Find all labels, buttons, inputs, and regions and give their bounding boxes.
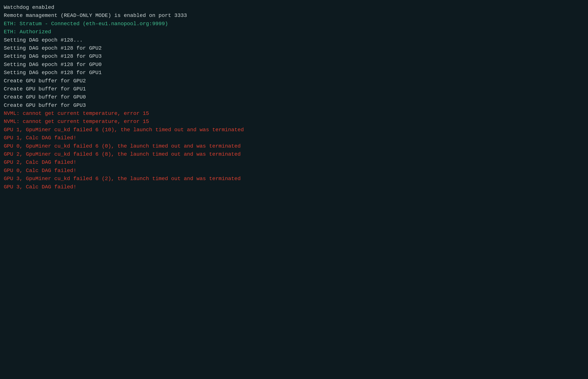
terminal-line-13: Create GPU buffer for GPU3 bbox=[4, 101, 290, 110]
terminal-line-6: Setting DAG epoch #128 for GPU2 bbox=[4, 44, 290, 52]
terminal-line-4: ETH: Authorized bbox=[4, 28, 290, 36]
terminal-line-18: GPU 0, GpuMiner cu_kd failed 6 (0), the … bbox=[4, 142, 290, 150]
terminal-line-1: Remote management (READ-ONLY MODE) is en… bbox=[4, 12, 290, 19]
terminal-line-11: Create GPU buffer for GPU1 bbox=[4, 85, 290, 93]
terminal-line-19: GPU 2, GpuMiner cu_kd failed 6 (8), the … bbox=[4, 150, 290, 158]
terminal-line-9: Setting DAG epoch #128 for GPU1 bbox=[4, 69, 290, 77]
terminal-line-3: ETH: Stratum - Connected (eth-eu1.nanopo… bbox=[4, 20, 290, 28]
terminal-line-23: GPU 3, Calc DAG failed! bbox=[4, 183, 290, 190]
terminal-line-7: Setting DAG epoch #128 for GPU3 bbox=[4, 52, 290, 60]
terminal-line-14: NVML: cannot get current temperature, er… bbox=[4, 110, 290, 117]
terminal-line-5: Setting DAG epoch #128... bbox=[4, 36, 290, 44]
terminal-line-16: GPU 1, GpuMiner cu_kd failed 6 (10), the… bbox=[4, 126, 290, 134]
terminal-line-8: Setting DAG epoch #128 for GPU0 bbox=[4, 61, 290, 69]
terminal-line-12: Create GPU buffer for GPU0 bbox=[4, 93, 290, 101]
terminal-line-17: GPU 1, Calc DAG failed! bbox=[4, 134, 290, 142]
terminal-output: Watchdog enabledRemote management (READ-… bbox=[4, 3, 290, 186]
terminal-line-0: Watchdog enabled bbox=[4, 3, 290, 12]
terminal-line-20: GPU 2, Calc DAG failed! bbox=[4, 158, 290, 166]
terminal-line-22: GPU 3, GpuMiner cu_kd failed 6 (2), the … bbox=[4, 175, 290, 183]
terminal-line-21: GPU 0, Calc DAG failed! bbox=[4, 167, 290, 175]
terminal-line-10: Create GPU buffer for GPU2 bbox=[4, 77, 290, 85]
terminal-line-15: NVML: cannot get current temperature, er… bbox=[4, 117, 290, 126]
